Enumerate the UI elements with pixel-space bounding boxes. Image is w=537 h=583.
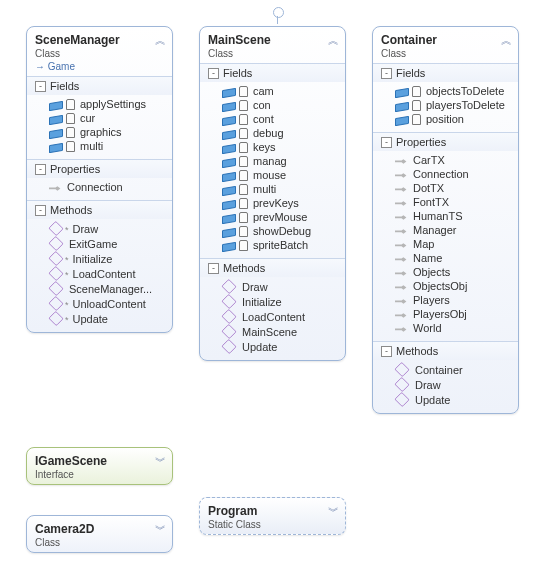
field-item[interactable]: showDebug [206,224,341,238]
field-item[interactable]: playersToDelete [379,98,514,112]
method-item[interactable]: Draw [379,377,514,392]
method-item[interactable]: *LoadContent [33,266,168,281]
toggle-icon[interactable]: - [208,68,219,79]
property-item[interactable]: DotTX [379,181,514,195]
field-item[interactable]: debug [206,126,341,140]
toggle-icon[interactable]: - [35,81,46,92]
expand-icon[interactable]: ︾ [155,522,166,537]
field-item[interactable]: multi [33,139,168,153]
field-item[interactable]: cam [206,84,341,98]
section-fields[interactable]: -Fields [200,63,345,82]
method-icon [394,377,409,392]
section-methods[interactable]: -Methods [27,200,172,219]
property-item[interactable]: PlayersObj [379,307,514,321]
class-camera2d[interactable]: Camera2D Class ︾ [26,515,173,553]
property-item[interactable]: FontTX [379,195,514,209]
property-item[interactable]: Players [379,293,514,307]
class-header: IGameScene Interface ︾ [27,448,172,484]
method-item[interactable]: MainScene [206,324,341,339]
lock-icon [66,141,75,152]
method-icon [48,281,63,296]
member-label: multi [80,140,103,152]
field-item[interactable]: graphics [33,125,168,139]
field-icon [222,87,236,97]
method-item[interactable]: Update [206,339,341,354]
class-mainscene[interactable]: MainScene Class ︽ -Fields cam con cont d… [199,26,346,361]
class-header: Container Class ︽ [373,27,518,63]
method-item[interactable]: Update [379,392,514,407]
field-item[interactable]: cur [33,111,168,125]
method-item[interactable]: SceneManager... [33,281,168,296]
method-item[interactable]: *Update [33,311,168,326]
method-item[interactable]: Draw [206,279,341,294]
property-item[interactable]: ObjectsObj [379,279,514,293]
toggle-icon[interactable]: - [381,68,392,79]
section-properties[interactable]: -Properties [27,159,172,178]
field-item[interactable]: spriteBatch [206,238,341,252]
field-item[interactable]: manag [206,154,341,168]
expand-icon[interactable]: ︾ [328,504,339,519]
field-item[interactable]: objectsToDelete [379,84,514,98]
toggle-icon[interactable]: - [381,346,392,357]
field-item[interactable]: keys [206,140,341,154]
expand-icon[interactable]: ︾ [155,454,166,469]
member-label: Draw [415,379,441,391]
class-stereotype: Class [381,48,510,59]
class-stereotype: Class [208,48,337,59]
toggle-icon[interactable]: - [381,137,392,148]
section-fields[interactable]: -Fields [27,76,172,95]
method-item[interactable]: Initialize [206,294,341,309]
section-properties[interactable]: -Properties [373,132,518,151]
toggle-icon[interactable]: - [208,263,219,274]
fields-list: cam con cont debug keys manag mouse mult… [200,82,345,258]
wrench-icon [395,227,407,236]
property-item[interactable]: Objects [379,265,514,279]
method-item[interactable]: *Draw [33,221,168,236]
collapse-icon[interactable]: ︽ [155,33,166,48]
props-list: Connection [27,178,172,200]
method-item[interactable]: *Initialize [33,251,168,266]
property-item[interactable]: CarTX [379,153,514,167]
interface-igamescene[interactable]: IGameScene Interface ︾ [26,447,173,485]
collapse-icon[interactable]: ︽ [328,33,339,48]
class-scenemanager[interactable]: SceneManager Class Game ︽ -Fields applyS… [26,26,173,333]
member-label: PlayersObj [413,308,467,320]
toggle-icon[interactable]: - [35,205,46,216]
method-item[interactable]: Container [379,362,514,377]
member-label: LoadContent [73,268,136,280]
property-item[interactable]: Map [379,237,514,251]
base-class-link[interactable]: Game [35,61,75,72]
method-item[interactable]: ExitGame [33,236,168,251]
member-label: Manager [413,224,456,236]
field-item[interactable]: multi [206,182,341,196]
method-icon [48,251,63,266]
field-item[interactable]: mouse [206,168,341,182]
field-item[interactable]: prevKeys [206,196,341,210]
member-label: cont [253,113,274,125]
member-label: cur [80,112,95,124]
method-item[interactable]: LoadContent [206,309,341,324]
field-item[interactable]: con [206,98,341,112]
property-item[interactable]: World [379,321,514,335]
field-item[interactable]: position [379,112,514,126]
property-item[interactable]: HumanTS [379,209,514,223]
property-item[interactable]: Connection [33,180,168,194]
section-methods[interactable]: -Methods [200,258,345,277]
member-label: Map [413,238,434,250]
field-item[interactable]: cont [206,112,341,126]
property-item[interactable]: Manager [379,223,514,237]
class-title: Program [208,504,337,518]
class-container[interactable]: Container Class ︽ -Fields objectsToDelet… [372,26,519,414]
section-methods[interactable]: -Methods [373,341,518,360]
method-item[interactable]: *UnloadContent [33,296,168,311]
property-item[interactable]: Name [379,251,514,265]
class-program[interactable]: Program Static Class ︾ [199,497,346,535]
toggle-icon[interactable]: - [35,164,46,175]
section-fields[interactable]: -Fields [373,63,518,82]
member-label: World [413,322,442,334]
field-item[interactable]: prevMouse [206,210,341,224]
property-item[interactable]: Connection [379,167,514,181]
field-item[interactable]: applySettings [33,97,168,111]
collapse-icon[interactable]: ︽ [501,33,512,48]
field-icon [222,213,236,223]
